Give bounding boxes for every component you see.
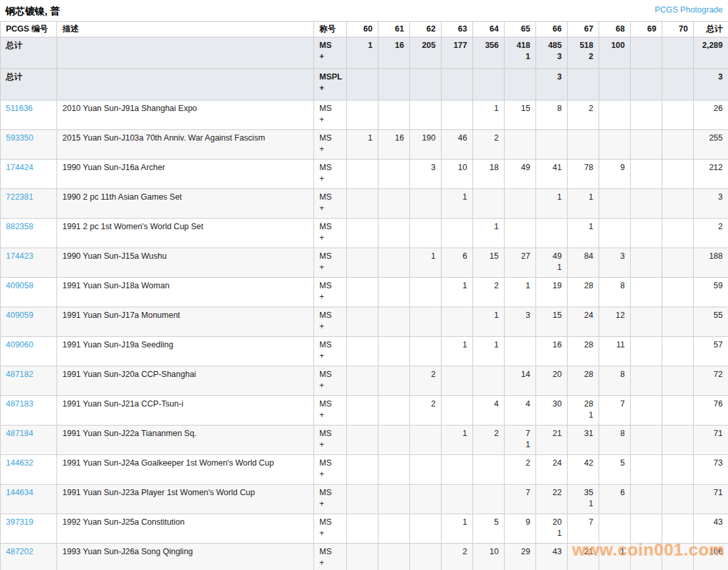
description-cell: 1991 Yuan Sun-J18a Woman bbox=[57, 278, 314, 307]
grade-cell-70 bbox=[662, 455, 694, 485]
grade-cell-64: 2 bbox=[473, 278, 505, 307]
grade-cell-64 bbox=[473, 366, 505, 396]
grade-cell-64 bbox=[473, 189, 505, 219]
description-cell: 1991 Yuan Sun-J19a Seedling bbox=[57, 337, 314, 366]
pcgs-link[interactable]: 409058 bbox=[6, 281, 34, 290]
grade-cell-61 bbox=[378, 485, 410, 514]
grade-cell-62: 1 bbox=[410, 248, 442, 278]
grade-cell-70 bbox=[662, 307, 694, 337]
page-title: 钢芯镀镍, 普 bbox=[5, 5, 60, 18]
total-cell: 57 bbox=[694, 337, 728, 366]
grade-cell-66: 16 bbox=[536, 337, 568, 366]
grade-cell-66: 3 bbox=[536, 69, 568, 100]
grade-cell-68: 8 bbox=[599, 426, 631, 455]
table-row: 1446321991 Yuan Sun-J24a Goalkeeper 1st … bbox=[1, 455, 728, 485]
grade-cell-62 bbox=[410, 485, 442, 514]
grade-cell-68 bbox=[599, 100, 631, 130]
grade-cell-67: 84 bbox=[568, 248, 599, 278]
designation-cell: MS+ bbox=[314, 160, 347, 189]
pcgs-link[interactable]: 409060 bbox=[6, 340, 34, 349]
pcgs-number-cell: 144634 bbox=[1, 485, 57, 514]
grade-cell-64: 2 bbox=[473, 426, 505, 455]
total-cell: 2,289 bbox=[694, 37, 728, 69]
grade-cell-65: 2 bbox=[505, 455, 536, 485]
pcgs-link[interactable]: 487182 bbox=[6, 370, 34, 379]
grade-cell-69 bbox=[631, 130, 662, 160]
grade-cell-65: 4181 bbox=[505, 37, 536, 69]
grade-cell-68: 6 bbox=[599, 485, 631, 514]
pcgs-link[interactable]: 882358 bbox=[6, 222, 34, 231]
grade-cell-68: 100 bbox=[599, 37, 631, 69]
description-cell: 1993 Yuan Sun-J26a Song Qingling bbox=[57, 544, 314, 570]
grade-cell-68 bbox=[599, 130, 631, 160]
grade-cell-68 bbox=[599, 189, 631, 219]
grade-cell-61 bbox=[378, 278, 410, 307]
total-row-ms: 总计MS+1162051773564181485351821002,289 bbox=[1, 37, 728, 69]
grade-cell-65 bbox=[505, 69, 536, 100]
grade-cell-69 bbox=[631, 426, 662, 455]
pcgs-link[interactable]: 487202 bbox=[6, 547, 34, 556]
description-cell: 1991 Yuan Sun-J24a Goalkeeper 1st Women'… bbox=[57, 455, 314, 485]
grade-cell-66: 8 bbox=[536, 100, 568, 130]
pcgs-link[interactable]: 487183 bbox=[6, 399, 34, 408]
grade-cell-61 bbox=[378, 160, 410, 189]
grade-cell-68: 3 bbox=[599, 248, 631, 278]
pcgs-link[interactable]: 487184 bbox=[6, 429, 34, 438]
pcgs-link[interactable]: 144632 bbox=[6, 458, 34, 468]
grade-cell-61 bbox=[378, 544, 410, 570]
description-cell: 1991 Yuan Sun-J23a Player 1st Women's Wo… bbox=[57, 485, 314, 514]
grade-cell-70 bbox=[662, 544, 694, 570]
grade-cell-69 bbox=[631, 69, 662, 100]
photograde-link[interactable]: PCGS Photograde bbox=[654, 5, 723, 14]
description-cell: 1991 Yuan Sun-J21a CCP-Tsun-i bbox=[57, 396, 314, 426]
table-row: 7223811990 2 pc 11th Asian Games SetMS+1… bbox=[1, 189, 728, 219]
pcgs-link[interactable]: 722381 bbox=[6, 192, 34, 202]
pcgs-link[interactable]: 397319 bbox=[6, 517, 34, 527]
description-cell: 1991 Yuan Sun-J20a CCP-Shanghai bbox=[57, 366, 314, 396]
grade-cell-65: 29 bbox=[505, 544, 536, 570]
pcgs-number-cell: 487184 bbox=[1, 426, 57, 455]
column-header-grade-69: 69 bbox=[631, 22, 662, 37]
grade-cell-69 bbox=[631, 100, 662, 130]
grade-cell-60 bbox=[347, 544, 378, 570]
grade-cell-66: 43 bbox=[536, 544, 568, 570]
grade-cell-67 bbox=[568, 69, 599, 100]
grade-cell-64: 2 bbox=[473, 130, 505, 160]
pcgs-link[interactable]: 409059 bbox=[6, 311, 34, 320]
pcgs-link[interactable]: 144634 bbox=[6, 488, 34, 497]
grade-cell-64: 1 bbox=[473, 307, 505, 337]
table-row: 4090591991 Yuan Sun-J17a MonumentMS+1315… bbox=[1, 307, 728, 337]
grade-cell-68: 1 bbox=[599, 544, 631, 570]
grade-cell-60 bbox=[347, 248, 378, 278]
grade-cell-70 bbox=[662, 37, 694, 69]
total-cell: 2 bbox=[694, 219, 728, 248]
grade-cell-64 bbox=[473, 69, 505, 100]
grade-cell-66: 30 bbox=[536, 396, 568, 426]
grade-cell-62: 2 bbox=[410, 366, 442, 396]
grade-cell-63: 1 bbox=[442, 337, 473, 366]
grade-cell-63: 1 bbox=[442, 514, 473, 544]
grade-cell-64: 1 bbox=[473, 219, 505, 248]
grade-cell-60 bbox=[347, 485, 378, 514]
pcgs-number-cell: 487183 bbox=[1, 396, 57, 426]
grade-cell-60 bbox=[347, 278, 378, 307]
grade-cell-68: 8 bbox=[599, 366, 631, 396]
grade-cell-61 bbox=[378, 366, 410, 396]
pcgs-number-cell: 882358 bbox=[1, 219, 57, 248]
grade-cell-62 bbox=[410, 100, 442, 130]
grade-cell-64 bbox=[473, 485, 505, 514]
grade-cell-65: 1 bbox=[505, 278, 536, 307]
grade-cell-60 bbox=[347, 366, 378, 396]
column-header-grade-70: 70 bbox=[662, 22, 694, 37]
grade-cell-62 bbox=[410, 307, 442, 337]
pcgs-link[interactable]: 174424 bbox=[6, 163, 34, 172]
grade-cell-66 bbox=[536, 219, 568, 248]
table-row: 1446341991 Yuan Sun-J23a Player 1st Wome… bbox=[1, 485, 728, 514]
description-cell: 1990 Yuan Sun-J15a Wushu bbox=[57, 248, 314, 278]
pcgs-link[interactable]: 174423 bbox=[6, 252, 34, 261]
pcgs-link[interactable]: 511636 bbox=[6, 104, 33, 113]
pcgs-number-cell: 593350 bbox=[1, 130, 57, 160]
grade-cell-69 bbox=[631, 366, 662, 396]
grade-cell-67: 42 bbox=[568, 455, 599, 485]
pcgs-link[interactable]: 593350 bbox=[6, 133, 34, 142]
